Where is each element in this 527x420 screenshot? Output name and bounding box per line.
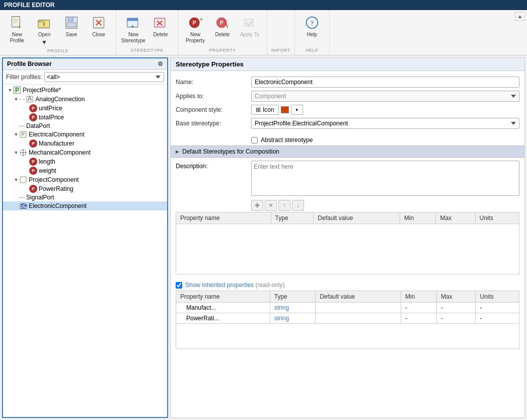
label-signalport: SignalPort — [26, 194, 54, 201]
label-electroniccomp: ElectronicComponent — [29, 202, 87, 209]
svg-rect-9 — [67, 23, 76, 27]
abstract-checkbox[interactable] — [251, 137, 258, 144]
inh-max-0: - — [437, 303, 476, 313]
label-manufacturer: Manufacturer — [39, 140, 74, 147]
dash-line-analogconn: - - — [19, 96, 25, 103]
svg-rect-38 — [23, 150, 24, 151]
svg-text:+: + — [200, 16, 202, 22]
inherited-row-0[interactable]: Manufact... string - - - — [176, 303, 519, 313]
icon-mechanicalcomp — [19, 149, 27, 157]
new-profile-button[interactable]: + New Profile — [4, 12, 30, 45]
new-stereotype-button[interactable]: + New Stereotype — [120, 12, 146, 45]
tree-item-projectcomp[interactable]: ▼ ProjectComponent — [3, 175, 167, 184]
name-value-container — [251, 75, 519, 89]
right-panel-title: Stereotype Properties — [171, 58, 524, 71]
tree-item-analogconn[interactable]: ▼ - - A AnalogConnection — [3, 95, 167, 104]
mini-add-btn[interactable]: ✚ — [251, 200, 263, 211]
inherited-table-body: Manufact... string - - - PowerRati... st… — [176, 303, 519, 349]
collapsible-default-stereo[interactable]: ▶ Default Stereotypes for Composition — [171, 146, 524, 158]
mini-down-btn[interactable]: ↓ — [292, 200, 304, 211]
inherited-row-1[interactable]: PowerRati... string - - - — [176, 313, 519, 324]
applies-to-select[interactable]: Component — [251, 91, 519, 102]
mini-up-btn[interactable]: ↑ — [278, 200, 290, 211]
apply-to-button[interactable]: Apply To — [237, 12, 263, 42]
tree-item-projectprofile[interactable]: ▼ P ProjectProfile* — [3, 86, 167, 95]
toolbar-group-stereotype: + New Stereotype Delete STEREOTYPE — [116, 10, 178, 55]
mini-remove-btn[interactable]: ✕ — [265, 200, 277, 211]
toggle-mechanicalcomp[interactable]: ▼ — [13, 150, 19, 155]
inh-prop-name-0: Manufact... — [176, 303, 270, 313]
toggle-projectcomp[interactable]: ▼ — [13, 177, 19, 182]
inherited-checkbox[interactable] — [176, 282, 182, 289]
abstract-row: Abstract stereotype — [246, 134, 524, 146]
tree-item-dataport[interactable]: — DataPort — [3, 122, 167, 130]
label-dataport: DataPort — [26, 122, 50, 129]
toggle-weight — [23, 168, 29, 173]
main-content: Profile Browser ⚙ Filter profiles: <all>… — [0, 55, 527, 420]
open-button[interactable]: ⬆ Open ▼ — [31, 12, 57, 47]
delete-stereo-icon — [153, 15, 169, 31]
style-icon-button[interactable]: ⊞ Icon — [251, 105, 279, 115]
inh-default-0 — [316, 303, 401, 313]
inherited-col-min: Min — [401, 291, 437, 303]
svg-rect-40 — [20, 152, 22, 153]
new-property-button[interactable]: P + New Property — [182, 12, 208, 45]
tree-item-length[interactable]: P length — [3, 157, 167, 166]
import-group-label: IMPORT — [271, 48, 290, 53]
toggle-analogconn[interactable]: ▼ — [13, 97, 19, 102]
help-button[interactable]: ? Help — [299, 12, 325, 42]
toolbar-group-import: IMPORT — [267, 10, 295, 55]
description-textarea[interactable] — [251, 161, 519, 196]
toolbar-collapse-btn[interactable]: ▲ — [515, 12, 525, 21]
tree-container[interactable]: ▼ P ProjectProfile* ▼ - - A — [3, 85, 167, 417]
tree-item-electricalcomp[interactable]: ▼ ElectricalComponent — [3, 130, 167, 139]
name-input[interactable] — [251, 77, 519, 88]
prop-table-section: Property name Type Default value Min Max… — [171, 212, 524, 277]
tree-item-signalport[interactable]: — SignalPort — [3, 193, 167, 201]
filter-select[interactable]: <all> — [44, 72, 164, 82]
close-label: Close — [92, 32, 105, 38]
component-style-label: Component style: — [176, 103, 251, 116]
tree-item-unitprice[interactable]: P unitPrice — [3, 104, 167, 113]
svg-text:+: + — [131, 23, 134, 29]
close-button[interactable]: Close — [86, 12, 112, 42]
color-dropdown-btn[interactable]: ▼ — [291, 105, 303, 115]
delete-stereo-button[interactable]: Delete — [147, 12, 174, 42]
tree-item-electroniccomp[interactable]: EC ElectronicComponent — [3, 201, 167, 211]
tree-item-totalprice[interactable]: P totalPrice — [3, 113, 167, 122]
component-style-value: ⊞ Icon ▼ — [251, 103, 519, 116]
toggle-unitprice — [23, 106, 29, 111]
base-stereo-value: ProjectProfile.ElectricalComponent — [251, 116, 519, 130]
style-icon-label: Icon — [263, 106, 274, 113]
panel-title: Profile Browser — [7, 60, 52, 67]
delete-prop-icon: P — [214, 15, 231, 31]
icon-projectprofile: P — [13, 86, 21, 94]
collapsible-label: Default Stereotypes for Composition — [182, 148, 279, 155]
tree-item-manufacturer[interactable]: P Manufacturer — [3, 139, 167, 148]
prop-table-body — [176, 224, 519, 274]
inherited-col-default-value: Default value — [316, 291, 401, 303]
title-bar: PROFILE EDITOR — [0, 0, 527, 10]
toggle-manufacturer — [23, 141, 29, 146]
new-stereotype-icon: + — [125, 15, 141, 31]
save-button[interactable]: Save — [58, 12, 85, 42]
tree-item-weight[interactable]: P weight — [3, 166, 167, 175]
title-label: PROFILE EDITOR — [4, 2, 54, 9]
svg-rect-39 — [23, 154, 24, 156]
delete-prop-button[interactable]: P Delete — [209, 12, 236, 42]
inherited-section: Show inherited properties (read-only) Pr… — [171, 277, 524, 351]
save-label: Save — [66, 32, 78, 38]
inherited-col-units: Units — [476, 291, 519, 303]
panel-settings-icon[interactable]: ⚙ — [158, 60, 163, 67]
base-stereo-select[interactable]: ProjectProfile.ElectricalComponent — [251, 118, 519, 129]
toggle-signalport — [13, 195, 19, 200]
icon-powerrating: P — [29, 185, 37, 193]
tree-item-powerrating[interactable]: P PowerRating — [3, 184, 167, 193]
toggle-projectprofile[interactable]: ▼ — [7, 88, 13, 93]
toggle-dataport — [13, 123, 19, 128]
toggle-electroniccomp — [13, 203, 19, 208]
new-profile-label: New Profile — [6, 32, 29, 44]
toggle-electricalcomp[interactable]: ▼ — [13, 132, 19, 137]
tree-item-mechanicalcomp[interactable]: ▼ MechanicalComponent — [3, 148, 167, 157]
inh-max-1: - — [437, 313, 476, 324]
